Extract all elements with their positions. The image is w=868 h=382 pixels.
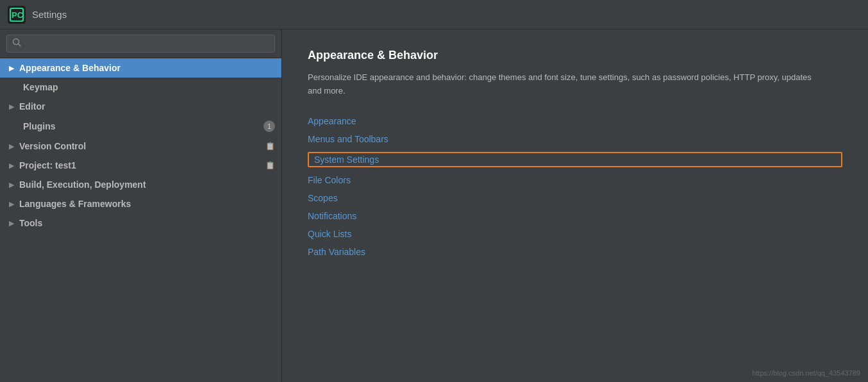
chevron-icon: ▶: [9, 142, 14, 151]
content-area: Appearance & Behavior Personalize IDE ap…: [282, 29, 868, 382]
item-icon: 📋: [265, 161, 275, 170]
item-icon: 📋: [265, 142, 275, 151]
content-description: Personalize IDE appearance and behavior:…: [308, 71, 821, 98]
content-link-scopes[interactable]: Scopes: [308, 193, 842, 203]
content-link-file-colors[interactable]: File Colors: [308, 175, 842, 185]
content-link-path-variables[interactable]: Path Variables: [308, 247, 842, 257]
sidebar-item-label: Keymap: [23, 82, 275, 92]
chevron-icon: ▶: [9, 181, 14, 189]
content-link-menus-toolbars[interactable]: Menus and Toolbars: [308, 134, 842, 144]
sidebar-item-label: Appearance & Behavior: [19, 63, 275, 73]
sidebar-item-editor[interactable]: ▶Editor: [0, 97, 281, 116]
sidebar-item-label: Tools: [19, 218, 275, 228]
content-links: AppearanceMenus and ToolbarsSystem Setti…: [308, 116, 842, 257]
badge: 1: [263, 120, 275, 132]
search-icon: [12, 38, 21, 49]
watermark: https://blog.csdn.net/qq_43543789: [752, 369, 860, 377]
content-link-system-settings[interactable]: System Settings: [308, 152, 842, 167]
chevron-icon: ▶: [9, 64, 14, 72]
chevron-icon: ▶: [9, 219, 14, 228]
chevron-icon: ▶: [9, 162, 14, 170]
sidebar-item-label: Plugins: [23, 121, 260, 131]
title-bar: PC Settings: [0, 0, 868, 29]
sidebar-item-label: Version Control: [19, 141, 262, 151]
search-bar: [0, 29, 281, 58]
sidebar-items: ▶Appearance & BehaviorKeymap▶EditorPlugi…: [0, 58, 281, 382]
sidebar-item-plugins[interactable]: Plugins1: [0, 116, 281, 137]
chevron-icon: ▶: [9, 103, 14, 111]
content-link-notifications[interactable]: Notifications: [308, 211, 842, 221]
svg-line-5: [19, 44, 21, 47]
sidebar-item-tools[interactable]: ▶Tools: [0, 213, 281, 233]
content-link-appearance[interactable]: Appearance: [308, 116, 842, 126]
sidebar-item-build-execution-deployment[interactable]: ▶Build, Execution, Deployment: [0, 175, 281, 194]
chevron-icon: ▶: [9, 200, 14, 208]
content-title: Appearance & Behavior: [308, 49, 842, 62]
search-input[interactable]: [25, 39, 269, 49]
sidebar: ▶Appearance & BehaviorKeymap▶EditorPlugi…: [0, 29, 282, 382]
sidebar-item-version-control[interactable]: ▶Version Control📋: [0, 137, 281, 156]
sidebar-item-languages-frameworks[interactable]: ▶Languages & Frameworks: [0, 194, 281, 213]
app-logo: PC: [8, 6, 26, 24]
sidebar-item-label: Editor: [19, 101, 275, 112]
sidebar-item-appearance-behavior[interactable]: ▶Appearance & Behavior: [0, 58, 281, 78]
app-title: Settings: [32, 9, 67, 20]
svg-text:PC: PC: [12, 10, 24, 20]
sidebar-item-label: Project: test1: [19, 160, 262, 170]
content-link-quick-lists[interactable]: Quick Lists: [308, 229, 842, 239]
sidebar-item-label: Build, Execution, Deployment: [19, 179, 275, 190]
sidebar-item-label: Languages & Frameworks: [19, 199, 275, 209]
sidebar-item-project-test1[interactable]: ▶Project: test1📋: [0, 156, 281, 175]
sidebar-item-keymap[interactable]: Keymap: [0, 78, 281, 97]
